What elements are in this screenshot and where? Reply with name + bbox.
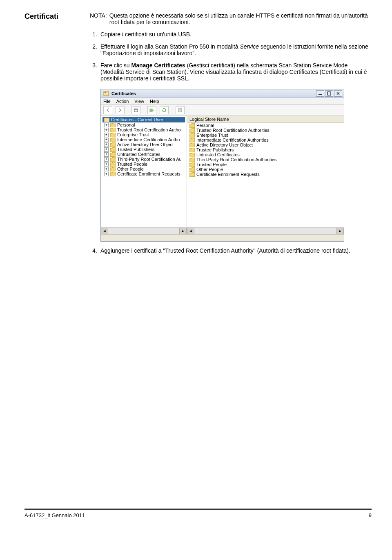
svg-rect-6: [150, 109, 152, 111]
refresh-button[interactable]: [160, 106, 169, 114]
tree-item[interactable]: +Trusted Root Certification Autho: [102, 127, 185, 132]
nav-back-button[interactable]: [103, 106, 112, 114]
folder-icon: [189, 143, 195, 147]
folder-icon: [110, 147, 116, 152]
folder-icon: [189, 148, 195, 152]
step-1: 1. Copiare i certificati su un'unità USB…: [90, 31, 372, 38]
list-pane[interactable]: Logical Store Name Personal Trusted Root…: [187, 116, 344, 234]
scroll-left-icon[interactable]: ◄: [101, 228, 108, 234]
step-number: 3.: [90, 62, 97, 82]
menu-bar: File Action View Help: [101, 98, 344, 105]
folder-icon: [189, 172, 195, 177]
expand-icon[interactable]: +: [104, 162, 109, 167]
step-text: Aggiungere i certificati a "Trusted Root…: [100, 247, 372, 254]
close-button[interactable]: [334, 90, 342, 97]
folder-icon: [110, 138, 116, 142]
footer-left: A-61732_it Gennaio 2011: [24, 512, 85, 518]
step-4: 4. Aggiungere i certificati a "Trusted R…: [90, 247, 372, 254]
tree-item[interactable]: +Untrusted Certificates: [102, 152, 185, 157]
tree-root-selected[interactable]: Certificates - Current User: [102, 117, 185, 122]
toolbar-divider: [144, 107, 144, 114]
window-titlebar[interactable]: Certificates: [101, 89, 344, 98]
list-item[interactable]: Certificate Enrollment Requests: [187, 172, 344, 177]
menu-help[interactable]: Help: [150, 99, 159, 104]
folder-icon: [189, 133, 195, 138]
toolbar-button[interactable]: [131, 106, 140, 114]
export-button[interactable]: [147, 106, 156, 114]
certificates-icon: [104, 118, 109, 122]
minimize-button[interactable]: [316, 90, 324, 97]
tree-item[interactable]: +Intermediate Certification Autho: [102, 137, 185, 142]
svg-rect-4: [134, 109, 138, 112]
svg-rect-5: [134, 109, 138, 109]
folder-icon: [189, 123, 195, 128]
scroll-right-icon[interactable]: ►: [179, 228, 187, 234]
folder-icon: [110, 128, 116, 132]
folder-icon: [189, 162, 195, 167]
folder-icon: [110, 152, 116, 157]
expand-icon[interactable]: +: [104, 142, 109, 147]
step-text: Copiare i certificati su un'unità USB.: [100, 31, 372, 38]
svg-rect-0: [104, 91, 109, 96]
expand-icon[interactable]: +: [104, 133, 109, 137]
folder-icon: [110, 157, 116, 162]
expand-icon[interactable]: +: [104, 157, 109, 162]
tree-item[interactable]: +Certificate Enrollment Requests: [102, 171, 185, 176]
folder-icon: [110, 133, 116, 137]
page-footer: A-61732_it Gennaio 2011 9: [24, 509, 372, 518]
tree-pane[interactable]: Certificates - Current User +Personal +T…: [101, 116, 187, 234]
list-item[interactable]: Trusted Publishers: [187, 147, 344, 152]
step-3: 3. Fare clic su Manage Certificates (Ges…: [90, 62, 372, 82]
expand-icon[interactable]: +: [104, 123, 109, 127]
list-item[interactable]: Third-Party Root Certification Authoriti…: [187, 157, 344, 162]
tree-item[interactable]: +Active Directory User Object: [102, 142, 185, 147]
tree-item[interactable]: +Other People: [102, 167, 185, 171]
tree-scrollbar[interactable]: ◄ ►: [101, 227, 187, 234]
note-label: NOTA:: [90, 12, 107, 25]
list-scrollbar[interactable]: ◄ ►: [187, 227, 344, 234]
list-column-header[interactable]: Logical Store Name: [187, 116, 344, 123]
tree-item[interactable]: +Trusted Publishers: [102, 147, 185, 152]
expand-icon[interactable]: +: [104, 172, 109, 176]
menu-file[interactable]: File: [103, 99, 111, 104]
toolbar: ?: [101, 105, 344, 116]
expand-icon[interactable]: +: [104, 128, 109, 132]
tree-root-label: Certificates - Current User: [111, 117, 163, 122]
expand-icon[interactable]: +: [104, 138, 109, 142]
section-heading: Certificati: [24, 12, 78, 21]
certificates-window: Certificates File Action View Help: [100, 89, 344, 242]
scroll-right-icon[interactable]: ►: [336, 228, 344, 234]
list-item[interactable]: Enterprise Trust: [187, 133, 344, 138]
scroll-left-icon[interactable]: ◄: [187, 228, 194, 234]
maximize-button[interactable]: [325, 90, 333, 97]
menu-action[interactable]: Action: [116, 99, 129, 104]
svg-rect-9: [104, 118, 109, 122]
list-item[interactable]: Trusted Root Certification Authorities: [187, 128, 344, 133]
expand-icon[interactable]: +: [104, 167, 109, 171]
step-2: 2. Effettuare il login alla Scan Station…: [90, 43, 372, 56]
help-button[interactable]: ?: [176, 106, 185, 114]
tree-item[interactable]: +Third-Party Root Certification Au: [102, 157, 185, 162]
list-item[interactable]: Untrusted Certificates: [187, 152, 344, 157]
tree-item[interactable]: +Trusted People: [102, 162, 185, 167]
list-item[interactable]: Active Directory User Object: [187, 142, 344, 147]
tree-list: +Personal +Trusted Root Certification Au…: [101, 122, 187, 176]
tree-item[interactable]: +Personal: [102, 122, 185, 127]
folder-icon: [110, 172, 116, 176]
svg-rect-2: [318, 94, 322, 95]
folder-icon: [189, 153, 195, 157]
note-block: NOTA: Questa opzione è necessaria solo s…: [90, 12, 372, 25]
expand-icon[interactable]: +: [104, 152, 109, 157]
folder-icon: [110, 142, 116, 147]
folder-icon: [110, 162, 116, 167]
expand-icon[interactable]: +: [104, 147, 109, 152]
list-item[interactable]: Intermediate Certification Authorities: [187, 138, 344, 142]
nav-forward-button[interactable]: [116, 106, 125, 114]
tree-item[interactable]: +Enterprise Trust: [102, 132, 185, 137]
step-text: Effettuare il login alla Scan Station Pr…: [100, 43, 372, 56]
list-item[interactable]: Personal: [187, 123, 344, 128]
list-item[interactable]: Other People: [187, 167, 344, 172]
list-item[interactable]: Trusted People: [187, 162, 344, 167]
folder-icon: [189, 138, 195, 142]
menu-view[interactable]: View: [134, 99, 144, 104]
